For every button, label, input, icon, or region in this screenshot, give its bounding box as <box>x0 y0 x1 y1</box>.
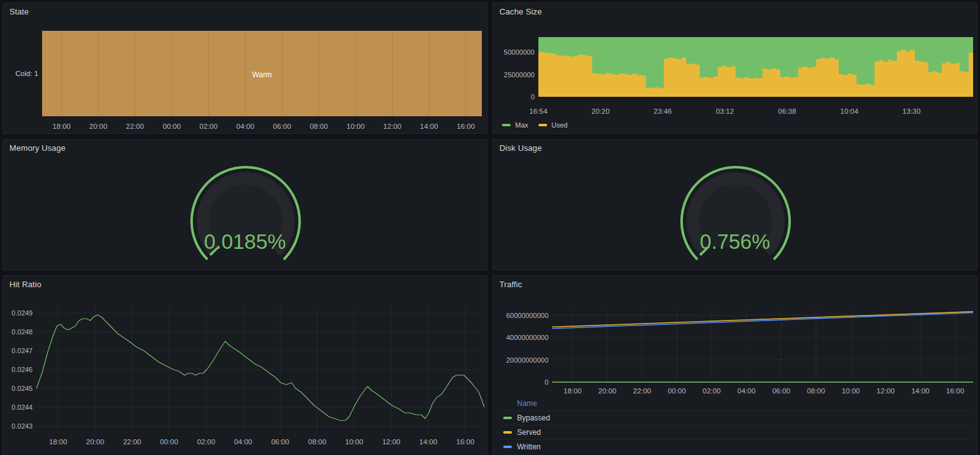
state-row-label: Cold: 1 <box>3 70 38 77</box>
hit-ratio-line-chart[interactable]: 0.02430.02440.02450.02460.02470.02480.02… <box>3 276 487 454</box>
svg-text:0.0245: 0.0245 <box>11 385 33 392</box>
svg-text:10:00: 10:00 <box>345 438 363 446</box>
svg-text:0: 0 <box>545 378 548 386</box>
svg-text:22:00: 22:00 <box>126 123 144 130</box>
svg-text:04:00: 04:00 <box>234 438 253 446</box>
svg-text:00:00: 00:00 <box>668 387 686 395</box>
svg-text:20:00: 20:00 <box>89 123 107 130</box>
svg-text:0.0249: 0.0249 <box>11 309 33 317</box>
legend-swatch-used <box>538 124 547 126</box>
legend-item-served[interactable]: Served <box>501 425 971 439</box>
svg-text:04:00: 04:00 <box>236 123 254 130</box>
svg-text:60000000000: 60000000000 <box>506 312 548 319</box>
svg-text:02:00: 02:00 <box>702 387 721 395</box>
svg-text:50000000: 50000000 <box>504 48 535 56</box>
legend-label: Written <box>517 442 541 451</box>
panel-memory-usage: Memory Usage 0.0185% <box>3 139 487 270</box>
svg-text:00:00: 00:00 <box>163 123 181 130</box>
svg-text:20000000000: 20000000000 <box>506 356 548 364</box>
svg-text:14:00: 14:00 <box>419 438 437 446</box>
grafana-dashboard: State 18:0020:0022:0000:0002:0004:0006:0… <box>0 0 980 455</box>
svg-text:08:00: 08:00 <box>310 123 328 130</box>
svg-text:12:00: 12:00 <box>383 123 401 130</box>
state-value-label: Warm <box>42 70 482 79</box>
panel-cache-size: Cache Size 0250000005000000016:5420:2023… <box>493 3 977 134</box>
legend-item-used[interactable]: Used <box>538 121 568 129</box>
legend-label: Served <box>517 428 541 437</box>
svg-text:10:00: 10:00 <box>347 123 365 130</box>
svg-text:16:00: 16:00 <box>457 123 475 130</box>
legend-swatch-written <box>503 446 512 448</box>
svg-text:10:00: 10:00 <box>842 387 860 395</box>
cache-size-area-chart[interactable]: 0250000005000000016:5420:2023:4603:1206:… <box>493 3 977 133</box>
svg-text:16:00: 16:00 <box>946 387 964 395</box>
cache-size-legend: MaxUsed <box>502 121 567 129</box>
svg-text:20:00: 20:00 <box>598 387 616 395</box>
state-timeline-chart[interactable]: 18:0020:0022:0000:0002:0004:0006:0008:00… <box>3 3 487 133</box>
panel-state: State 18:0020:0022:0000:0002:0004:0006:0… <box>3 3 487 134</box>
svg-text:0.0246: 0.0246 <box>11 366 33 373</box>
svg-text:0: 0 <box>531 93 535 101</box>
legend-item-written[interactable]: Written <box>501 439 971 454</box>
legend-label: Bypassed <box>517 414 550 422</box>
svg-text:12:00: 12:00 <box>382 438 400 446</box>
svg-text:23:46: 23:46 <box>654 107 672 115</box>
svg-text:20:20: 20:20 <box>592 107 610 115</box>
svg-text:04:00: 04:00 <box>738 387 756 395</box>
legend-swatch-bypassed <box>503 417 512 419</box>
svg-text:18:00: 18:00 <box>564 387 582 395</box>
svg-text:06:38: 06:38 <box>778 107 797 115</box>
svg-text:14:00: 14:00 <box>420 123 438 130</box>
svg-text:02:00: 02:00 <box>197 438 215 446</box>
svg-text:0.0248: 0.0248 <box>11 328 33 336</box>
panel-disk-usage: Disk Usage 0.756% <box>493 139 977 270</box>
legend-item-max[interactable]: Max <box>502 121 528 129</box>
svg-text:08:00: 08:00 <box>807 387 825 395</box>
svg-text:25000000: 25000000 <box>504 71 535 79</box>
traffic-legend-table: Name BypassedServedWritten <box>501 398 971 454</box>
panel-traffic: Traffic 02000000000040000000000600000000… <box>493 275 977 455</box>
svg-text:14:00: 14:00 <box>912 387 930 395</box>
svg-text:00:00: 00:00 <box>160 438 178 446</box>
svg-text:22:00: 22:00 <box>123 438 141 446</box>
svg-text:02:00: 02:00 <box>200 123 218 130</box>
svg-text:10:04: 10:04 <box>841 107 859 115</box>
svg-text:0.0244: 0.0244 <box>11 403 33 411</box>
legend-label: Used <box>552 121 568 129</box>
svg-text:06:00: 06:00 <box>271 438 290 446</box>
legend-item-bypassed[interactable]: Bypassed <box>501 410 971 425</box>
svg-text:16:54: 16:54 <box>530 107 548 115</box>
panel-hit-ratio: Hit Ratio 0.02430.02440.02450.02460.0247… <box>3 275 487 455</box>
legend-label: Max <box>515 121 528 129</box>
disk-usage-value: 0.756% <box>493 231 977 252</box>
svg-text:12:00: 12:00 <box>876 387 895 395</box>
legend-swatch-served <box>503 431 512 434</box>
svg-text:13:30: 13:30 <box>903 107 921 115</box>
svg-text:18:00: 18:00 <box>53 123 71 130</box>
traffic-legend-header[interactable]: Name <box>501 398 971 410</box>
memory-usage-value: 0.0185% <box>3 231 487 252</box>
svg-text:0.0243: 0.0243 <box>11 422 33 430</box>
svg-text:06:00: 06:00 <box>772 387 790 395</box>
svg-text:40000000000: 40000000000 <box>506 334 548 341</box>
svg-text:0.0247: 0.0247 <box>11 347 33 354</box>
svg-text:22:00: 22:00 <box>633 387 651 395</box>
svg-text:08:00: 08:00 <box>308 438 327 446</box>
legend-swatch-max <box>502 124 511 126</box>
svg-text:16:00: 16:00 <box>456 438 474 446</box>
svg-text:18:00: 18:00 <box>49 438 67 446</box>
svg-text:06:00: 06:00 <box>273 123 291 130</box>
svg-text:03:12: 03:12 <box>716 107 734 115</box>
svg-text:20:00: 20:00 <box>86 438 104 446</box>
traffic-line-chart[interactable]: 020000000000400000000006000000000018:002… <box>493 276 977 398</box>
